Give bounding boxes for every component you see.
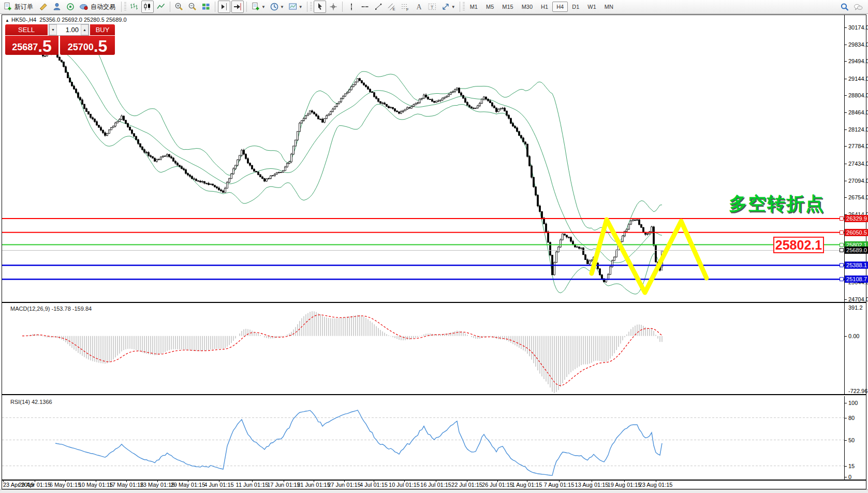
candle-body [179, 165, 181, 167]
candle-body [490, 101, 491, 103]
timeframe-h4-button[interactable]: H4 [552, 2, 568, 12]
candle-body [84, 104, 85, 109]
buy-price-pips: .5 [94, 37, 108, 55]
candle-body [521, 136, 522, 138]
fibonacci-button[interactable]: F [399, 1, 411, 13]
candle-body [208, 183, 210, 185]
date-axis[interactable]: 23 Apr 201929 Apr 01:156 May 01:1510 May… [2, 481, 866, 489]
crosshair-button[interactable] [327, 1, 340, 13]
shift-end-button[interactable] [218, 1, 230, 13]
bar-chart-button[interactable] [128, 1, 140, 13]
candle-body [214, 185, 216, 187]
price-tick-label: 24704.0 [848, 296, 868, 302]
price-chart-canvas[interactable] [2, 15, 844, 302]
macd-indicator-pane[interactable]: MACD(12,26,9) -153.78 -159.84 391.20.00-… [2, 303, 866, 395]
equidistant-channel-button[interactable]: E [386, 1, 398, 13]
timeframe-m30-button[interactable]: M30 [518, 2, 537, 12]
candle-body [577, 247, 578, 248]
date-label: 7 Aug 01:15 [544, 482, 575, 488]
chart-window: ▲HK50-,H4 25356.0 25692.0 25280.5 25689.… [2, 15, 866, 489]
sell-price-button[interactable]: 25687.5 [5, 36, 58, 55]
auto-scroll-button[interactable] [231, 1, 244, 13]
tile-windows-button[interactable] [200, 1, 212, 13]
timeframe-h1-button[interactable]: H1 [537, 2, 552, 12]
arrows-button-dropdown-arrow[interactable]: ▼ [451, 5, 455, 9]
price-chart-pane[interactable]: ▲HK50-,H4 25356.0 25692.0 25280.5 25689.… [2, 15, 866, 303]
text-button[interactable]: A [413, 1, 425, 13]
candle-body [98, 125, 100, 127]
zoom-out-button[interactable] [186, 1, 199, 13]
trendline-button[interactable] [372, 1, 385, 13]
periods-button[interactable]: ▼ [268, 1, 286, 13]
candle-body [519, 132, 520, 136]
new-chart-button[interactable]: ▼ [249, 1, 267, 13]
candle-body [88, 111, 90, 114]
candle-body [196, 179, 197, 181]
price-tick-mark [845, 197, 847, 198]
chat-button[interactable] [852, 1, 864, 13]
price-tick-mark [845, 299, 847, 300]
periods-button-dropdown-arrow[interactable]: ▼ [280, 5, 284, 9]
zigzag-drawing[interactable] [592, 220, 707, 293]
price-level-callout[interactable]: 25802.1 [773, 237, 824, 253]
chart-wizard-button[interactable] [37, 1, 50, 13]
candlestick-chart-button[interactable] [141, 1, 154, 13]
candle-body [413, 105, 415, 107]
line-chart-button[interactable] [155, 1, 167, 13]
new-chart-button-dropdown-arrow[interactable]: ▼ [261, 5, 266, 9]
timeframe-m15-button[interactable]: M15 [498, 2, 517, 12]
candle-body [67, 72, 69, 78]
cursor-button[interactable] [314, 1, 326, 13]
candle-body [411, 107, 413, 108]
sell-button[interactable]: SELL [5, 24, 48, 35]
candle-body [630, 221, 632, 224]
volume-increase-button[interactable]: ▲ [81, 24, 89, 35]
horizontal-line-button[interactable] [359, 1, 371, 13]
candle-body [107, 134, 108, 136]
timeframe-mn-button[interactable]: MN [600, 2, 617, 12]
templates-button[interactable]: ▼ [287, 1, 304, 13]
profiles-button[interactable] [51, 1, 63, 13]
candle-body [336, 104, 338, 106]
collapse-panel-icon[interactable]: ▲ [5, 18, 9, 23]
volume-input[interactable] [57, 24, 81, 35]
text-label-button[interactable]: T [426, 1, 438, 13]
rsi-tick-mark [845, 477, 847, 477]
buy-price-button[interactable]: 25700.5 [60, 36, 115, 55]
candle-body [548, 232, 549, 242]
search-button[interactable] [838, 1, 851, 13]
turning-point-annotation[interactable]: 多空转折点 [729, 192, 825, 216]
templates-button-dropdown-arrow[interactable]: ▼ [299, 5, 303, 9]
arrows-button[interactable]: ▼ [439, 1, 457, 13]
toolbar-separator [307, 2, 307, 12]
candle-body [154, 158, 156, 162]
price-tick-label: 29834.0 [848, 41, 868, 48]
rsi-axis-0: 0 [848, 474, 851, 480]
vertical-line-button[interactable] [345, 1, 358, 13]
rsi-canvas[interactable] [2, 396, 844, 480]
buy-button[interactable]: BUY [90, 24, 115, 35]
timeframe-m1-button[interactable]: M1 [466, 2, 482, 12]
timeframe-w1-button[interactable]: W1 [583, 2, 600, 12]
macd-canvas[interactable] [2, 303, 844, 394]
new-order-button[interactable]: 新订单 [2, 1, 36, 13]
price-tick-mark [845, 181, 847, 181]
candle-body [535, 187, 537, 195]
candle-body [403, 111, 404, 112]
candle-body [262, 177, 263, 179]
rsi-indicator-pane[interactable]: RSI(14) 42.1366 1008050150 [2, 396, 866, 481]
zoom-out-icon [188, 2, 197, 11]
timeframe-m5-button[interactable]: M5 [482, 2, 498, 12]
candle-body [376, 97, 377, 98]
candle-body [632, 220, 634, 221]
candle-body [558, 247, 560, 252]
candle-body [616, 250, 617, 257]
volume-decrease-button[interactable]: ▼ [49, 24, 57, 35]
candle-body [502, 108, 504, 109]
timeframe-d1-button[interactable]: D1 [568, 2, 583, 12]
zoom-in-button[interactable] [173, 1, 185, 13]
signals-button[interactable] [64, 1, 77, 13]
auto-trading-button[interactable]: 自动交易 [78, 1, 119, 13]
bollinger-middle-band [62, 52, 662, 263]
candle-body [254, 169, 255, 171]
